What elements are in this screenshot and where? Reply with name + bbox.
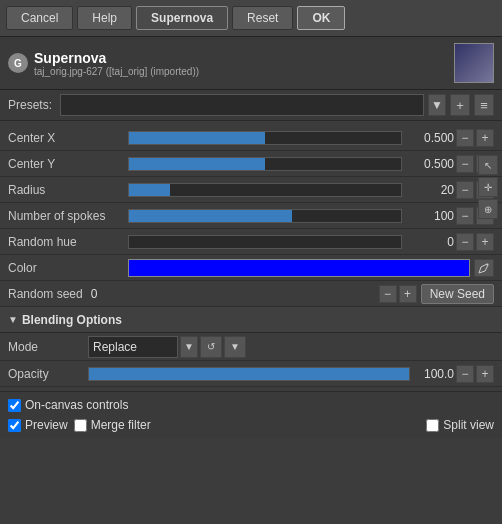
canvas-controls-row: On-canvas controls [8,398,494,412]
plugin-name: Supernova [34,50,454,66]
color-swatch[interactable] [128,259,470,277]
num-spokes-value: 100 [406,209,454,223]
on-canvas-controls-label: On-canvas controls [25,398,128,412]
merge-filter-checkbox[interactable] [74,419,87,432]
main-content: Center X 0.500 − + Center Y 0.500 − + Ra… [0,121,502,391]
radius-slider[interactable] [128,183,402,197]
ok-button[interactable]: OK [297,6,345,30]
center-x-slider[interactable] [128,131,402,145]
center-x-value: 0.500 [406,131,454,145]
random-seed-value: 0 [91,287,379,301]
mode-dropdown-icon[interactable]: ▼ [180,336,198,358]
opacity-slider[interactable] [88,367,410,381]
presets-select[interactable] [60,94,424,116]
reset-button[interactable]: Reset [232,6,293,30]
random-hue-plus[interactable]: + [476,233,494,251]
center-y-row: Center Y 0.500 − + [0,151,502,177]
random-hue-minus[interactable]: − [456,233,474,251]
mode-label: Mode [8,340,88,354]
opacity-value: 100.0 [414,367,454,381]
plugin-icon: G [8,53,28,73]
random-hue-slider[interactable] [128,235,402,249]
color-row: Color [0,255,502,281]
thumbnail-image [455,44,493,82]
blending-section-header[interactable]: ▼ Blending Options [0,307,502,333]
crosshair-icon[interactable]: ✛ [478,177,498,197]
on-canvas-controls-wrap[interactable]: On-canvas controls [8,398,128,412]
preview-row: Preview Merge filter Split view [8,418,494,432]
on-canvas-controls-checkbox[interactable] [8,399,21,412]
center-y-value: 0.500 [406,157,454,171]
svg-point-0 [487,263,489,265]
preview-label: Preview [25,418,68,432]
right-nav-icons: ↖ ✛ ⊕ [478,155,498,219]
mode-extra-icon[interactable]: ▼ [224,336,246,358]
random-hue-row: Random hue 0 − + [0,229,502,255]
presets-add-icon[interactable]: + [450,94,470,116]
center-y-label: Center Y [8,157,128,171]
opacity-label: Opacity [8,367,88,381]
center-y-minus[interactable]: − [456,155,474,173]
help-button[interactable]: Help [77,6,132,30]
split-view-label: Split view [443,418,494,432]
new-seed-button[interactable]: New Seed [421,284,494,304]
random-hue-label: Random hue [8,235,128,249]
center-y-fill [129,158,265,170]
num-spokes-label: Number of spokes [8,209,128,223]
preview-checkbox[interactable] [8,419,21,432]
num-spokes-slider[interactable] [128,209,402,223]
cancel-button[interactable]: Cancel [6,6,73,30]
center-x-label: Center X [8,131,128,145]
presets-dropdown-arrow[interactable]: ▼ [428,94,446,116]
center-x-row: Center X 0.500 − + [0,125,502,151]
plugin-title-block: Supernova taj_orig.jpg-627 ([taj_orig] (… [34,50,454,77]
color-label: Color [8,261,128,275]
blending-section-title: Blending Options [22,313,122,327]
presets-menu-icon[interactable]: ≡ [474,94,494,116]
presets-row: Presets: ▼ + ≡ [0,90,502,121]
radius-row: Radius 20 − + [0,177,502,203]
color-picker-icon[interactable] [474,259,494,277]
mode-reset-icon[interactable]: ↺ [200,336,222,358]
blending-arrow-icon: ▼ [8,314,18,325]
num-spokes-minus[interactable]: − [456,207,474,225]
bottom-controls: On-canvas controls Preview Merge filter … [0,391,502,438]
opacity-fill [89,368,409,380]
mode-select[interactable]: Replace Normal Multiply [88,336,178,358]
plugin-thumbnail [454,43,494,83]
radius-minus[interactable]: − [456,181,474,199]
merge-filter-wrap[interactable]: Merge filter [74,418,151,432]
radius-fill [129,184,170,196]
merge-filter-label: Merge filter [91,418,151,432]
opacity-plus[interactable]: + [476,365,494,383]
split-view-checkbox[interactable] [426,419,439,432]
move-icon[interactable]: ⊕ [478,199,498,219]
seed-minus[interactable]: − [379,285,397,303]
presets-label: Presets: [8,98,52,112]
radius-value: 20 [406,183,454,197]
top-toolbar: Cancel Help Supernova Reset OK [0,0,502,37]
seed-plus[interactable]: + [399,285,417,303]
radius-label: Radius [8,183,128,197]
supernova-button[interactable]: Supernova [136,6,228,30]
opacity-minus[interactable]: − [456,365,474,383]
arrow-tool-icon[interactable]: ↖ [478,155,498,175]
random-seed-label: Random seed [8,287,83,301]
mode-row: Mode Replace Normal Multiply ▼ ↺ ▼ [0,333,502,361]
random-seed-row: Random seed 0 − + New Seed [0,281,502,307]
split-view-wrap[interactable]: Split view [426,418,494,432]
preview-wrap[interactable]: Preview [8,418,68,432]
center-y-slider[interactable] [128,157,402,171]
center-x-fill [129,132,265,144]
plugin-header: G Supernova taj_orig.jpg-627 ([taj_orig]… [0,37,502,90]
num-spokes-fill [129,210,292,222]
random-hue-value: 0 [406,235,454,249]
center-x-plus[interactable]: + [476,129,494,147]
opacity-row: Opacity 100.0 − + [0,361,502,387]
plugin-subtitle: taj_orig.jpg-627 ([taj_orig] (imported)) [34,66,454,77]
mode-select-wrap: Replace Normal Multiply ▼ ↺ ▼ [88,336,246,358]
num-spokes-row: Number of spokes 100 − + [0,203,502,229]
center-x-minus[interactable]: − [456,129,474,147]
